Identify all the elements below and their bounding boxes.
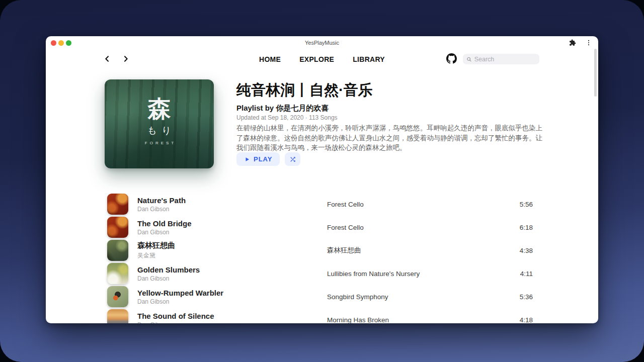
track-album: Lullibies from Nature's Nursery (327, 270, 504, 278)
track-row[interactable]: The Old Bridge Dan Gibson Forest Cello 6… (107, 216, 533, 239)
search-input[interactable] (474, 56, 536, 63)
track-art (107, 194, 128, 215)
track-art (107, 263, 128, 284)
track-duration: 6:18 (504, 224, 533, 231)
track-album: Morning Has Broken (327, 316, 504, 324)
track-title: Nature's Path (137, 196, 327, 205)
track-art (107, 217, 128, 238)
track-row[interactable]: Golden Slumbers Dan Gibson Lullibies fro… (107, 262, 533, 285)
play-triangle-icon (244, 156, 250, 162)
nav-item-home[interactable]: HOME (259, 55, 281, 63)
playlist-description: 在碧绿的山林里，在清冽的小溪旁，聆听水声潺潺，鸟鸣悠悠。耳畔响起久违的声音，眼底… (236, 123, 542, 153)
track-art (107, 240, 128, 261)
playlist-cover: 森 もり FOREST (105, 79, 214, 168)
track-title: Golden Slumbers (137, 265, 327, 274)
track-duration: 5:36 (504, 293, 533, 301)
track-album: Songbird Symphony (327, 293, 504, 301)
track-artist: Dan Gibson (137, 321, 327, 324)
cover-caption: FOREST (142, 141, 176, 145)
app-window: YesPlayMusic HOME EXPLORE LIBRARY 森 もり F… (46, 36, 598, 323)
track-artist: Dan Gibson (137, 229, 327, 236)
scrollbar-thumb[interactable] (594, 49, 597, 97)
cover-kana: もり (143, 124, 176, 137)
nav-item-explore[interactable]: EXPLORE (299, 55, 334, 63)
play-button[interactable]: PLAY (236, 152, 280, 166)
track-art (107, 309, 128, 323)
track-artist: Dan Gibson (137, 206, 327, 213)
track-album: Forest Cello (327, 201, 504, 208)
search-box (463, 54, 539, 64)
play-button-label: PLAY (254, 155, 272, 163)
track-title: The Sound of Silence (137, 312, 327, 320)
track-list: Nature's Path Dan Gibson Forest Cello 5:… (107, 193, 533, 323)
track-duration: 4:38 (504, 247, 533, 254)
track-artist: Dan Gibson (137, 298, 327, 305)
track-artist: 吴金黛 (137, 251, 327, 260)
track-title: The Old Bridge (137, 219, 327, 228)
track-duration: 5:56 (504, 201, 533, 208)
track-duration: 4:11 (504, 270, 533, 278)
track-art (107, 286, 128, 307)
track-duration: 4:18 (504, 316, 533, 324)
kebab-menu-icon[interactable] (585, 39, 592, 46)
track-row[interactable]: The Sound of Silence Dan Gibson Morning … (107, 308, 533, 323)
nav-item-library[interactable]: LIBRARY (353, 55, 385, 63)
puzzle-icon[interactable] (569, 39, 576, 46)
track-album: 森林狂想曲 (327, 246, 504, 255)
track-artist: Dan Gibson (137, 275, 327, 282)
github-icon[interactable] (446, 53, 457, 64)
window-title: YesPlayMusic (46, 40, 598, 46)
playlist-meta: Updated at Sep 18, 2020 · 113 Songs (236, 114, 338, 121)
track-row[interactable]: Yellow-Rumped Warbler Dan Gibson Songbir… (107, 285, 533, 308)
track-title: 森林狂想曲 (137, 241, 327, 250)
track-row[interactable]: Nature's Path Dan Gibson Forest Cello 5:… (107, 193, 533, 216)
playlist-title: 纯音林涧丨自然·音乐 (236, 80, 373, 101)
shuffle-icon (289, 156, 296, 163)
shuffle-button[interactable] (285, 152, 300, 166)
magnifier-icon (466, 56, 472, 62)
track-album: Forest Cello (327, 224, 504, 231)
playlist-byline: Playlist by 你是七月的欢喜 (236, 104, 329, 113)
track-row[interactable]: 森林狂想曲 吴金黛 森林狂想曲 4:38 (107, 239, 533, 262)
cover-kanji: 森 (147, 97, 171, 120)
track-title: Yellow-Rumped Warbler (137, 289, 327, 297)
